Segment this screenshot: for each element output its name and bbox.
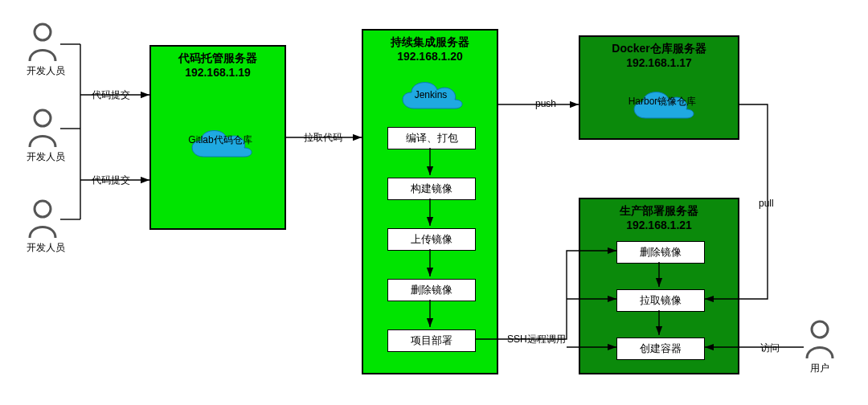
code-server-title: 代码托管服务器 [151,51,285,66]
person-icon [804,320,836,360]
developer-2: 开发人员 [27,108,59,164]
ci-step-2: 构建镜像 [387,178,476,200]
svg-point-1 [35,110,51,126]
prod-server-title: 生产部署服务器 [580,204,738,219]
ci-step-5: 项目部署 [387,329,476,352]
code-server-ip: 192.168.1.19 [151,66,285,79]
prod-server-ip: 192.168.1.21 [580,219,738,231]
prod-step-1: 删除镜像 [616,241,705,264]
harbor-cloud-label: Harbor镜像仓库 [625,96,699,107]
jenkins-cloud-label: Jenkins [394,90,468,100]
edge-ssh: SSH远程调用 [506,333,567,346]
developer-1-label: 开发人员 [27,64,59,78]
person-icon [27,199,59,239]
prod-step-2: 拉取镜像 [616,289,705,312]
prod-step-3: 创建容器 [616,338,705,360]
gitlab-cloud: Gitlab代码仓库 [183,121,257,165]
person-icon [27,22,59,63]
edge-visit: 访问 [759,342,781,355]
ci-step-1: 编译、打包 [387,127,476,149]
developer-2-label: 开发人员 [27,150,59,164]
code-server-box: 代码托管服务器 192.168.1.19 Gitlab代码仓库 [149,45,286,230]
docker-server-ip: 192.168.1.17 [580,56,738,69]
docker-server-title: Docker仓库服务器 [580,42,738,56]
developer-1: 开发人员 [27,22,59,78]
edge-pull-code: 拉取代码 [302,131,344,145]
edge-push: push [534,98,558,109]
edge-commit-2: 代码提交 [90,174,132,187]
svg-point-3 [812,321,828,338]
ci-step-4: 删除镜像 [387,279,476,301]
svg-point-2 [35,201,51,217]
svg-point-0 [35,24,51,40]
developer-3: 开发人员 [27,199,59,255]
user-label: 用户 [804,362,836,375]
developer-3-label: 开发人员 [27,241,59,255]
gitlab-cloud-label: Gitlab代码仓库 [183,135,257,145]
prod-server-box: 生产部署服务器 192.168.1.21 删除镜像 拉取镜像 创建容器 [579,198,739,374]
ci-server-title: 持续集成服务器 [363,35,497,50]
docker-server-box: Docker仓库服务器 192.168.1.17 Harbor镜像仓库 [579,35,739,140]
edge-commit-1: 代码提交 [90,88,132,102]
jenkins-cloud: Jenkins [394,72,468,117]
harbor-cloud: Harbor镜像仓库 [625,82,699,126]
ci-server-box: 持续集成服务器 192.168.1.20 Jenkins 编译、打包 构建镜像 … [362,29,498,374]
user: 用户 [804,320,836,375]
edge-pull: pull [757,198,776,209]
ci-step-3: 上传镜像 [387,228,476,251]
ci-server-ip: 192.168.1.20 [363,50,497,63]
person-icon [27,108,59,149]
